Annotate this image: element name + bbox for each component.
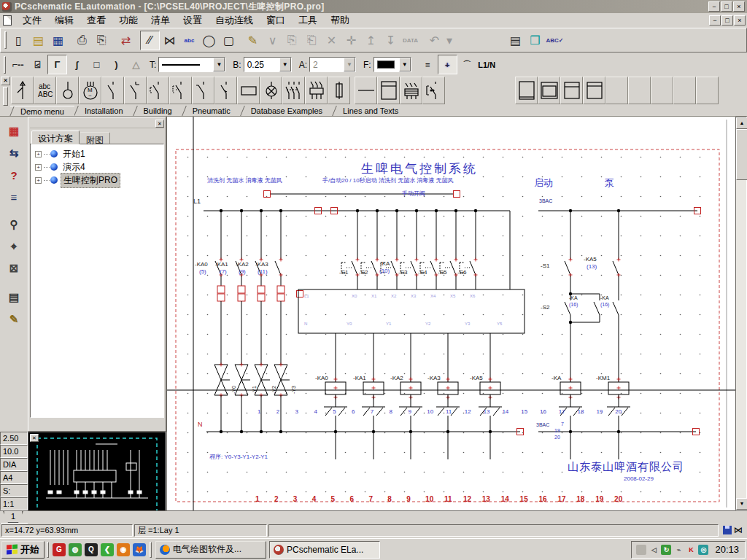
angle-combo[interactable]: A: 2 ▼	[299, 57, 356, 72]
symbol-button-contact-p[interactable]	[192, 77, 214, 104]
task-button-PCschematic ELa...[interactable]: PCschematic ELa...	[269, 541, 380, 559]
project-tree[interactable]: +开始1+演示4+生啤控制PRO	[30, 144, 164, 418]
tree-item-生啤控制PRO[interactable]: +生啤控制PRO	[32, 174, 162, 187]
menu-查看[interactable]: 查看	[80, 13, 112, 27]
object-list-icon[interactable]: ≡	[4, 188, 23, 206]
symbol-button-panel-box-d[interactable]	[583, 77, 605, 104]
right-angle-tool-button[interactable]: Γ	[47, 55, 67, 74]
symbol-button-contact-box2[interactable]	[169, 77, 192, 104]
line-type-combo[interactable]: T: ▼	[150, 57, 225, 72]
sidebar-tab-设计方案[interactable]: 设计方案	[31, 131, 80, 144]
symbol-button-text-abc[interactable]: abcABC	[34, 77, 56, 104]
line-width-combo[interactable]: B: 0.25 ▼	[233, 57, 291, 72]
menu-设置[interactable]: 设置	[177, 13, 209, 27]
menu-清单[interactable]: 清单	[144, 13, 177, 27]
document-minimize-button[interactable]: −	[709, 15, 721, 26]
toolbar-grip[interactable]	[4, 31, 7, 49]
document-restore-button[interactable]: □	[721, 15, 733, 26]
doc-edit-icon[interactable]: ✎	[4, 311, 23, 328]
symbol-button-fuse[interactable]	[328, 77, 350, 104]
preview-close-icon[interactable]: ✕	[30, 434, 39, 442]
net-label-button[interactable]: L1/N	[477, 55, 497, 74]
symbol-button-contact-no[interactable]	[101, 77, 124, 104]
zoom-pointer-icon[interactable]: ⌖	[4, 238, 23, 255]
print-page-button[interactable]: ⎘	[92, 31, 112, 50]
delete-button[interactable]: ✕	[322, 31, 341, 50]
tree-expander-icon[interactable]: +	[35, 151, 42, 158]
start-button[interactable]: 开始	[1, 541, 44, 559]
symbol-button-contactor[interactable]	[305, 77, 328, 104]
menu-帮助[interactable]: 帮助	[324, 13, 356, 27]
explorer-header[interactable]: ✕	[30, 119, 164, 128]
symbol-button-panel-box-c[interactable]	[560, 77, 583, 104]
symbolbar-close-icon[interactable]: ✕	[1, 77, 10, 85]
junction-point-button[interactable]: +	[438, 55, 457, 74]
color-combo[interactable]: F: ▼	[363, 57, 411, 72]
tray-camera-icon[interactable]: ◎	[698, 545, 708, 555]
scroll-down-icon[interactable]: ▼	[736, 498, 747, 510]
area-tool-button[interactable]: ▢	[219, 31, 239, 50]
app-icon[interactable]	[2, 2, 12, 12]
ql-firefox-icon[interactable]: 🦊	[133, 543, 146, 556]
ql-maxthon-icon[interactable]: G	[53, 543, 66, 556]
page-preview[interactable]: ✕	[28, 432, 166, 522]
line-width-value[interactable]: 0.25	[244, 60, 279, 70]
tray-mouse-icon[interactable]	[636, 545, 646, 555]
symbolbar-grip[interactable]	[3, 87, 8, 106]
help-book-icon[interactable]: ?	[4, 166, 23, 184]
transfer-down-button[interactable]: ↧	[381, 31, 400, 50]
angle-line-tool-button[interactable]: ⍃	[28, 55, 47, 74]
window-minimize-button[interactable]: −	[708, 1, 720, 12]
tray-plug-icon[interactable]: ⌁	[673, 545, 684, 555]
symbol-button-panel-box-a[interactable]	[515, 77, 538, 104]
ql-media-icon[interactable]: ◍	[69, 543, 82, 556]
curve-tool-button[interactable]: ʃ	[67, 55, 87, 74]
scroll-up-icon[interactable]: ▲	[736, 117, 747, 129]
deselect-icon[interactable]: ⊠	[4, 260, 23, 277]
symbol-button-panel-box[interactable]	[377, 77, 400, 104]
save-button[interactable]: ▦	[48, 31, 68, 50]
menu-窗口[interactable]: 窗口	[260, 13, 292, 27]
paste-button[interactable]: ⎗	[302, 31, 322, 50]
title-bar[interactable]: PCschematic ELautomation - [C:\PCSEL40\P…	[0, 0, 747, 13]
text-tool-button[interactable]: abc	[179, 31, 199, 50]
canvas-vscrollbar[interactable]: ▲ ▼	[735, 117, 747, 510]
symbol-button-panel-box-b[interactable]	[538, 77, 560, 104]
pencil-tool-button[interactable]: ✎	[243, 31, 263, 50]
transfer-up-button[interactable]: ↥	[361, 31, 381, 50]
tree-item-演示4[interactable]: +演示4	[32, 160, 162, 174]
object-lister-button[interactable]: ▤	[506, 31, 525, 50]
menu-编辑[interactable]: 编辑	[48, 13, 80, 27]
rename-symbols-button[interactable]: ⇄	[116, 31, 136, 50]
symbol-button-contact-dots[interactable]	[422, 77, 445, 104]
menu-文件[interactable]: 文件	[16, 13, 48, 27]
ql-orange-icon[interactable]: ◉	[117, 543, 130, 556]
toolbar-grip[interactable]	[4, 56, 6, 74]
window-restore-button[interactable]: □	[721, 1, 732, 12]
page-tab-1[interactable]: 1	[3, 511, 23, 523]
ql-qq-icon[interactable]: Q	[85, 543, 98, 556]
tray-update-icon[interactable]: ↻	[661, 545, 671, 555]
line-type-dropdown-icon[interactable]: ▼	[213, 58, 225, 71]
drawing-canvas[interactable]: 生啤电气控制系统 山东泰山啤酒有限公司 2008-02-29 程序: Y0-Y3…	[166, 117, 735, 510]
new-button[interactable]: ▯	[9, 31, 28, 50]
symbol-menu-button[interactable]: ❒	[525, 31, 545, 50]
document-close-button[interactable]: ×	[734, 15, 746, 26]
menu-功能[interactable]: 功能	[112, 13, 144, 27]
symbols-tool-button[interactable]: ⋈	[160, 31, 179, 50]
ql-parrot-icon[interactable]: ❮	[101, 543, 114, 556]
arc-tool-button[interactable]: )	[107, 55, 126, 74]
symbol-button-wire-pointer[interactable]	[11, 77, 34, 104]
tab-pneumatic[interactable]: Pneumatic	[182, 106, 241, 116]
data-button[interactable]: DATA	[400, 31, 420, 50]
zoom-page-icon[interactable]: ⚲	[4, 216, 23, 233]
symbol-button-coil[interactable]	[237, 77, 260, 104]
tab-demo-menu[interactable]: Demo menu	[10, 106, 74, 116]
parallel-lines-button[interactable]: =	[418, 55, 438, 74]
line-width-dropdown-icon[interactable]: ▼	[279, 58, 291, 71]
symbol-button-motor[interactable]: M~	[79, 77, 101, 104]
point-tool-button[interactable]: ∨	[263, 31, 282, 50]
move-button[interactable]: ✛	[341, 31, 361, 50]
symbol-button-contactor-assembly[interactable]	[400, 77, 422, 104]
tray-volume-icon[interactable]: ◁	[649, 545, 659, 555]
